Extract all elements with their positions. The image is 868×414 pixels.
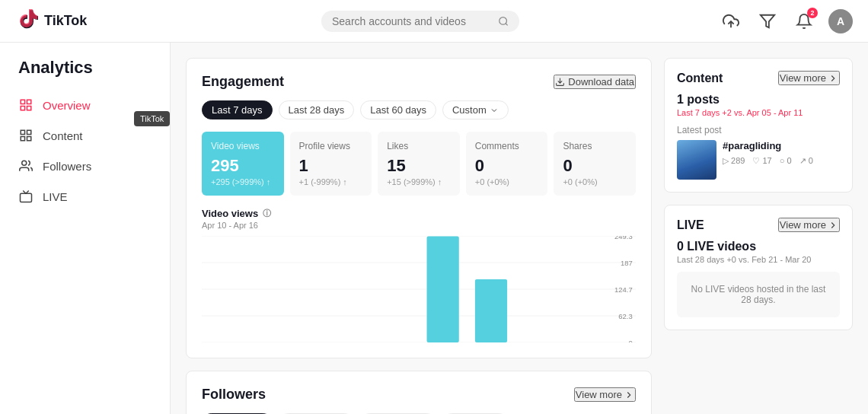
upload-button[interactable] <box>719 9 743 33</box>
svg-rect-7 <box>21 107 24 110</box>
metric-label: Shares <box>563 141 627 151</box>
metric-change: +1 (-999%) ↑ <box>299 177 363 186</box>
download-button[interactable]: Download data <box>554 75 636 89</box>
followers-title: Followers <box>202 387 266 403</box>
notification-badge: 2 <box>807 8 818 18</box>
post-thumbnail <box>677 140 716 180</box>
main-content: Engagement Download data Last 7 days Las… <box>171 43 868 414</box>
svg-text:249.3: 249.3 <box>614 236 633 240</box>
period-tab-28days[interactable]: Last 28 days <box>279 100 355 119</box>
live-view-more[interactable]: View more <box>778 218 840 232</box>
sidebar-content-label: Content <box>43 129 83 142</box>
content-panel-title: Content <box>677 72 723 85</box>
followers-view-more[interactable]: View more <box>574 387 636 402</box>
chevron-right-icon <box>828 220 838 231</box>
metric-label: Profile views <box>299 141 363 151</box>
filter-icon <box>759 13 776 30</box>
notifications-button[interactable]: 2 <box>792 9 816 33</box>
svg-point-12 <box>22 161 27 165</box>
period-tab-60days[interactable]: Last 60 days <box>360 100 436 119</box>
app-name: TikTok <box>44 13 87 29</box>
sidebar-overview-label: Overview <box>43 99 91 112</box>
post-comments: ○ 0 <box>780 156 792 166</box>
sidebar-item-live[interactable]: LIVE <box>0 181 170 212</box>
info-icon: ⓘ <box>263 208 271 219</box>
nav-icons: 2 A <box>719 9 853 33</box>
svg-text:187: 187 <box>621 260 633 267</box>
post-shares: ↗ 0 <box>799 156 813 166</box>
download-icon <box>555 77 565 87</box>
chevron-right-icon <box>624 390 634 400</box>
bar-chart: 249.3 187 124.7 62.3 0 Apr 10 Apr 11 Apr… <box>202 236 636 342</box>
engagement-card-header: Engagement Download data <box>202 74 636 90</box>
post-stats: ▷ 289 ♡ 17 ○ 0 ↗ 0 <box>723 156 840 166</box>
svg-rect-4 <box>21 100 24 104</box>
svg-marker-3 <box>761 14 774 27</box>
posts-count: 1 posts <box>677 93 840 107</box>
svg-rect-5 <box>27 100 31 104</box>
svg-text:124.7: 124.7 <box>614 286 633 294</box>
metric-value: 295 <box>211 156 275 176</box>
metric-value: 15 <box>387 156 451 176</box>
svg-text:62.3: 62.3 <box>618 313 632 320</box>
followers-icon <box>18 158 34 174</box>
sidebar: Analytics Overview Content <box>0 43 171 414</box>
post-likes: ♡ 17 <box>752 156 771 166</box>
svg-rect-6 <box>27 107 31 110</box>
metric-value: 0 <box>563 156 627 176</box>
svg-rect-13 <box>21 193 32 202</box>
sidebar-followers-label: Followers <box>43 160 91 173</box>
svg-text:0: 0 <box>628 339 632 342</box>
chart-title: Video views ⓘ <box>202 208 636 219</box>
followers-card: Followers View more Last 7 days Last 28 … <box>186 371 652 414</box>
metric-profile-views: Profile views 1 +1 (-999%) ↑ <box>290 132 372 196</box>
post-views: ▷ 289 <box>723 156 745 166</box>
metric-label: Comments <box>475 141 539 151</box>
posts-sub: Last 7 days +2 vs. Apr 05 - Apr 11 <box>677 108 840 117</box>
chevron-down-icon <box>490 106 499 115</box>
metrics-row: Video views 295 +295 (>999%) ↑ Profile v… <box>202 132 636 196</box>
metric-value: 1 <box>299 156 363 176</box>
live-panel-header: LIVE View more <box>677 218 840 232</box>
search-box[interactable] <box>321 11 519 32</box>
followers-header: Followers View more <box>202 387 636 403</box>
search-wrap <box>122 11 719 32</box>
svg-rect-10 <box>27 137 31 141</box>
avatar[interactable]: A <box>828 9 853 33</box>
main-layout: Analytics Overview Content <box>0 43 868 414</box>
chart-date-range: Apr 10 - Apr 16 <box>202 221 636 230</box>
svg-rect-9 <box>27 130 31 134</box>
topnav: TikTok 2 A <box>0 0 868 43</box>
svg-rect-11 <box>21 137 24 141</box>
search-icon <box>498 15 509 27</box>
period-tab-7days[interactable]: Last 7 days <box>202 100 273 119</box>
metric-change: +0 (+0%) <box>563 177 627 186</box>
engagement-card: Engagement Download data Last 7 days Las… <box>186 58 652 358</box>
metric-value: 0 <box>475 156 539 176</box>
chart-area: 249.3 187 124.7 62.3 0 Apr 10 Apr 11 Apr… <box>202 236 636 342</box>
content-view-more[interactable]: View more <box>778 71 840 85</box>
tiktok-logo-icon <box>15 9 40 33</box>
latest-post-label: Latest post <box>677 125 840 135</box>
search-input[interactable] <box>332 15 492 27</box>
post-info: #paragliding ▷ 289 ♡ 17 ○ 0 ↗ 0 <box>723 140 840 166</box>
live-sub: Last 28 days +0 vs. Feb 21 - Mar 20 <box>677 255 840 264</box>
period-tab-custom[interactable]: Custom <box>442 100 509 119</box>
sidebar-title: Analytics <box>0 58 170 90</box>
content-panel-header: Content View more <box>677 71 840 85</box>
metric-change: +0 (+0%) <box>475 177 539 186</box>
live-count: 0 LIVE videos <box>677 240 840 253</box>
logo[interactable]: TikTok <box>15 9 122 33</box>
engagement-period-tabs: Last 7 days Last 28 days Last 60 days Cu… <box>202 100 636 119</box>
filter-button[interactable] <box>755 9 780 33</box>
svg-rect-25 <box>427 236 459 342</box>
content-icon <box>18 128 34 143</box>
center-column: Engagement Download data Last 7 days Las… <box>186 58 652 414</box>
svg-point-0 <box>499 17 506 24</box>
tiktok-tooltip: TikTok <box>134 111 170 126</box>
svg-rect-8 <box>21 130 24 134</box>
sidebar-item-followers[interactable]: Followers <box>0 151 170 181</box>
svg-rect-26 <box>475 279 507 342</box>
metric-video-views: Video views 295 +295 (>999%) ↑ <box>202 132 284 196</box>
svg-line-1 <box>506 23 508 25</box>
